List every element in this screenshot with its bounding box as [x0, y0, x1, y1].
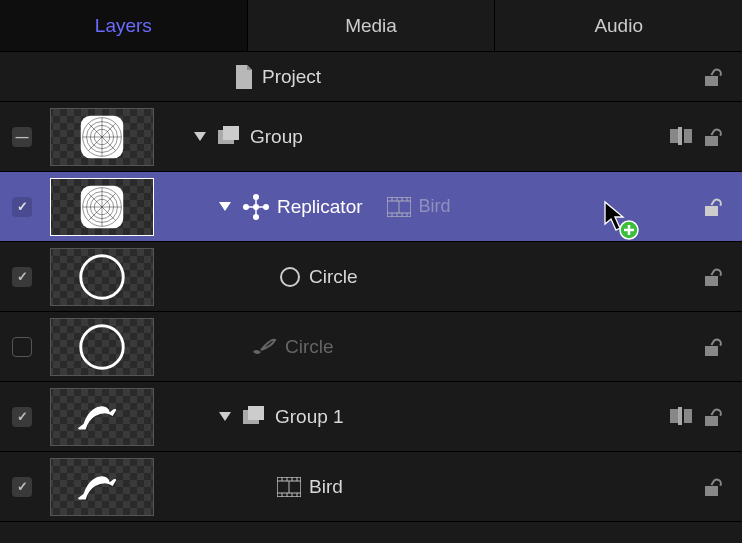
tab-bar: Layers Media Audio: [0, 0, 742, 52]
circle-shape-icon: [279, 266, 301, 288]
row-group-1[interactable]: Group 1: [0, 382, 742, 452]
svg-point-48: [281, 268, 299, 286]
tab-label: Layers: [95, 15, 152, 37]
layer-label: Replicator: [277, 196, 363, 218]
thumbnail: [50, 248, 154, 306]
tab-label: Audio: [594, 15, 643, 37]
svg-rect-53: [678, 407, 682, 425]
group-icon: [218, 126, 242, 148]
filmstrip-icon: [387, 197, 411, 217]
group-icon: [243, 406, 267, 428]
thumbnail: [50, 318, 154, 376]
layer-label: Group: [250, 126, 303, 148]
visibility-checkbox[interactable]: [0, 197, 44, 217]
svg-rect-12: [678, 127, 682, 145]
lock-icon[interactable]: [702, 127, 726, 147]
layer-label: Circle: [309, 266, 358, 288]
layer-list: Project Group: [0, 52, 742, 522]
drag-label: Bird: [419, 196, 451, 217]
row-bird[interactable]: Bird: [0, 452, 742, 522]
brush-icon: [251, 338, 277, 356]
svg-point-49: [81, 325, 123, 367]
layer-label: Group 1: [275, 406, 344, 428]
row-project[interactable]: Project: [0, 52, 742, 102]
row-group[interactable]: Group: [0, 102, 742, 172]
row-replicator[interactable]: Replicator Bird: [0, 172, 742, 242]
lock-icon[interactable]: [702, 477, 726, 497]
thumbnail: [50, 388, 154, 446]
visibility-checkbox[interactable]: [0, 337, 44, 357]
lock-icon[interactable]: [702, 67, 726, 87]
disclosure-arrow-icon[interactable]: [194, 132, 206, 141]
filmstrip-icon: [277, 477, 301, 497]
layer-label: Circle: [285, 336, 334, 358]
tab-layers[interactable]: Layers: [0, 0, 248, 51]
svg-rect-13: [684, 129, 692, 143]
document-icon: [234, 65, 254, 89]
svg-rect-54: [684, 409, 692, 423]
tab-audio[interactable]: Audio: [495, 0, 742, 51]
svg-point-44: [620, 221, 638, 239]
row-circle-1[interactable]: Circle: [0, 242, 742, 312]
disclosure-arrow-icon[interactable]: [219, 412, 231, 421]
visibility-checkbox[interactable]: [0, 477, 44, 497]
visibility-checkbox[interactable]: [0, 407, 44, 427]
disclosure-arrow-icon[interactable]: [219, 202, 231, 211]
visibility-checkbox[interactable]: [0, 267, 44, 287]
lock-icon[interactable]: [702, 267, 726, 287]
svg-rect-10: [223, 126, 239, 140]
svg-rect-51: [248, 406, 264, 420]
thumbnail: [50, 458, 154, 516]
thumbnail: [50, 178, 154, 236]
layer-label: Project: [262, 66, 321, 88]
isolate-icon[interactable]: [670, 127, 692, 147]
layer-label: Bird: [309, 476, 343, 498]
row-circle-2[interactable]: Circle: [0, 312, 742, 382]
tab-media[interactable]: Media: [248, 0, 496, 51]
isolate-icon[interactable]: [670, 407, 692, 427]
thumbnail: [50, 108, 154, 166]
tab-label: Media: [345, 15, 397, 37]
lock-icon[interactable]: [702, 407, 726, 427]
replicator-icon: [243, 194, 269, 220]
visibility-checkbox[interactable]: [0, 127, 44, 147]
svg-point-47: [81, 255, 123, 297]
drag-indicator: Bird: [387, 196, 451, 217]
lock-icon[interactable]: [702, 197, 726, 217]
lock-icon[interactable]: [702, 337, 726, 357]
